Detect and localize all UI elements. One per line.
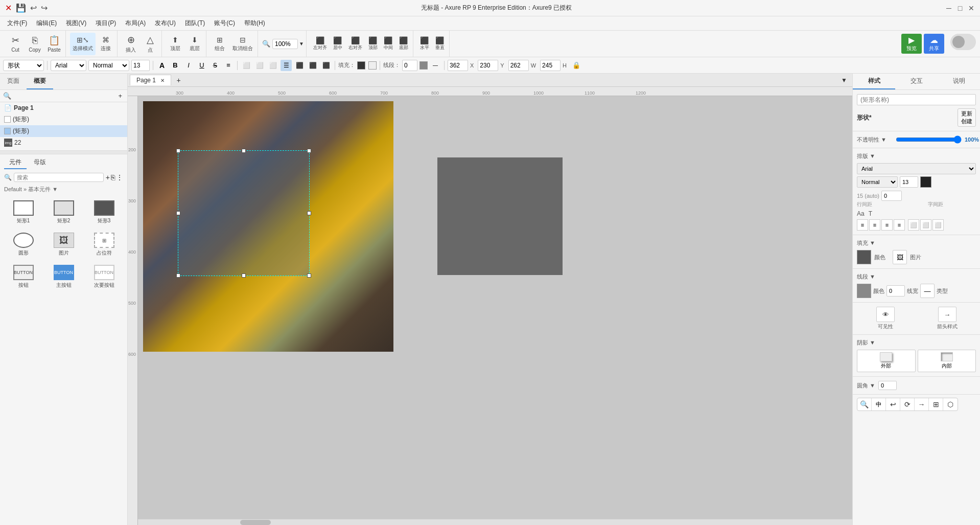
component-rect2[interactable]: 矩形2 [44, 197, 83, 227]
font-size-input[interactable]: 13 [131, 60, 150, 71]
corner-radius-input[interactable] [878, 381, 897, 390]
dist-v-button[interactable]: ⬛ 垂直 [433, 33, 447, 55]
menu-project[interactable]: 项目(P) [91, 18, 120, 29]
bold-button[interactable]: B [170, 60, 181, 71]
w-input[interactable] [508, 60, 529, 71]
bottom-button[interactable]: ⬇ 底层 [185, 33, 204, 55]
component-button3[interactable]: BUTTON 次要按钮 [85, 262, 123, 292]
outline-search-icon[interactable]: 🔍 [3, 92, 11, 100]
handle-bl[interactable] [176, 273, 180, 278]
component-category[interactable]: Default » 基本元件 ▼ [0, 184, 127, 195]
tab-components[interactable]: 元件 [4, 156, 27, 169]
font-family-select[interactable]: Arial [857, 163, 976, 174]
handle-br[interactable] [307, 273, 311, 278]
stroke-type-button[interactable]: — [430, 60, 441, 71]
mini-redo-button[interactable]: ⟳ [900, 398, 915, 410]
italic-button[interactable]: I [183, 60, 194, 71]
text-color-button[interactable]: A [156, 60, 168, 71]
text-align-justify-button[interactable]: ≡ [894, 219, 905, 231]
font-color-swatch[interactable] [920, 176, 931, 188]
component-circle[interactable]: 圆形 [4, 230, 42, 260]
component-rect1[interactable]: 矩形1 [4, 197, 42, 227]
rect1-checkbox[interactable] [4, 116, 11, 123]
undo-icon[interactable]: ↩ [30, 3, 37, 13]
mini-undo-button[interactable]: ↩ [886, 398, 900, 410]
menu-team[interactable]: 团队(T) [181, 18, 209, 29]
y-input[interactable] [478, 60, 498, 71]
text-align-center-button[interactable]: ≡ [869, 219, 880, 231]
minimize-button[interactable]: ─ [945, 5, 952, 12]
component-button2[interactable]: BUTTON 主按钮 [44, 262, 83, 292]
component-placeholder[interactable]: ⊞ 占位符 [85, 230, 123, 260]
outline-add-icon[interactable]: + [118, 92, 122, 100]
mini-hex-button[interactable]: ⬡ [943, 398, 958, 410]
tree-item-22[interactable]: img 22 [0, 137, 127, 148]
stroke-width-input[interactable]: 0 [402, 60, 417, 71]
canvas-viewport[interactable] [138, 96, 852, 525]
tree-item-rect2[interactable]: (矩形) [0, 125, 127, 137]
canvas-scroll-right-icon[interactable]: ▼ [838, 75, 850, 86]
zoom-dropdown-icon[interactable]: ▼ [299, 41, 304, 47]
align-right-button[interactable]: ⬛ 右对齐 [346, 33, 365, 55]
top-button[interactable]: ⬆ 顶层 [166, 33, 184, 55]
gray-rect-element[interactable] [437, 157, 563, 275]
menu-account[interactable]: 账号(C) [210, 18, 239, 29]
stroke-color[interactable] [419, 61, 428, 70]
stroke-type-button[interactable]: — [920, 284, 935, 298]
copy-button[interactable]: ⎘ Copy [26, 33, 44, 55]
style-select[interactable]: Normal [88, 60, 129, 71]
arrow-style-button[interactable]: → [938, 307, 956, 322]
rect2-checkbox[interactable] [4, 128, 11, 134]
align-center-button[interactable]: ⬛ 居中 [331, 33, 345, 55]
preview-button[interactable]: ▶ 预览 [901, 34, 922, 54]
align-top-button[interactable]: ⬛ 顶部 [366, 33, 380, 55]
valign-bottom-button[interactable]: ⬛ [320, 60, 332, 71]
canvas-h-scrollbar[interactable] [138, 519, 852, 525]
menu-file[interactable]: 文件(F) [3, 18, 31, 29]
share-button[interactable]: ☁ 共享 [924, 34, 944, 54]
shape-name-input[interactable] [857, 94, 976, 105]
tab-pages[interactable]: 页面 [0, 74, 27, 89]
strikethrough-button[interactable]: S̶ [209, 60, 221, 71]
mini-zoom-button[interactable]: 🔍 [857, 398, 872, 410]
align-center-text-button[interactable]: ⬜ [254, 60, 265, 71]
component-more-icon[interactable]: ⋮ [116, 173, 123, 181]
align-left-text-button[interactable]: ⬜ [241, 60, 252, 71]
fill-image-button[interactable]: 🖼 [893, 250, 907, 264]
maximize-button[interactable]: □ [956, 5, 964, 12]
menu-layout[interactable]: 布局(A) [121, 18, 150, 29]
text-valign-bottom-button[interactable]: ⬜ [932, 219, 944, 231]
shadow-outer-button[interactable]: 外部 [857, 350, 916, 372]
point-button[interactable]: △ 点 [141, 33, 159, 55]
close-button[interactable]: ✕ [968, 5, 975, 12]
canvas-tab-close-icon[interactable]: ✕ [160, 78, 165, 83]
align-middle-button[interactable]: ⬛ 中间 [381, 33, 395, 55]
ungroup-button[interactable]: ⊟ 取消组合 [230, 33, 255, 55]
shape-type-select[interactable]: 形状 [3, 60, 44, 71]
list-button[interactable]: ≡ [223, 60, 234, 71]
menu-view[interactable]: 视图(V) [62, 18, 90, 29]
tree-item-rect1[interactable]: (矩形) [0, 113, 127, 125]
menu-publish[interactable]: 发布(U) [151, 18, 180, 29]
font-style-select[interactable]: Normal [857, 176, 898, 188]
handle-tl[interactable] [176, 149, 180, 153]
mini-center-button[interactable]: 中 [872, 398, 886, 410]
paste-button[interactable]: 📋 Paste [45, 33, 63, 55]
mini-grid-button[interactable]: ⊞ [929, 398, 943, 410]
add-page-icon[interactable]: + [172, 74, 184, 86]
component-image[interactable]: 🖼 图片 [44, 230, 83, 260]
save-icon[interactable]: 💾 [16, 3, 26, 13]
handle-tr[interactable] [307, 149, 311, 153]
menu-help[interactable]: 帮助(H) [240, 18, 269, 29]
component-rect3[interactable]: 矩形3 [85, 197, 123, 227]
stroke-width-right-input[interactable] [886, 285, 905, 296]
valign-middle-button[interactable]: ⬛ [307, 60, 318, 71]
component-copy-icon[interactable]: ⎘ [111, 173, 115, 181]
select-mode-button[interactable]: ⊞⤡ 选择模式 [70, 33, 96, 55]
zoom-input[interactable] [272, 39, 298, 49]
tab-notes[interactable]: 说明 [938, 74, 980, 89]
align-bottom-button[interactable]: ⬛ 底部 [396, 33, 411, 55]
visibility-button[interactable]: 👁 [876, 307, 895, 322]
dist-h-button[interactable]: ⬛ 水平 [417, 33, 432, 55]
user-avatar[interactable] [950, 34, 976, 50]
